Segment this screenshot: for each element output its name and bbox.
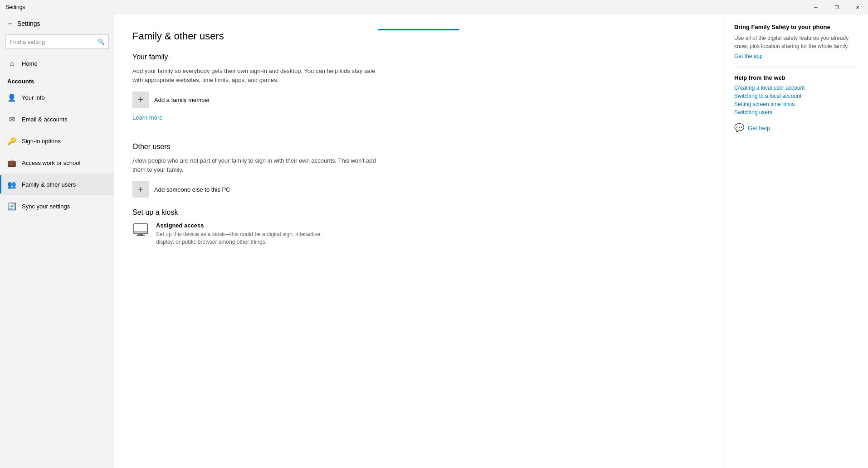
email-icon: ✉ xyxy=(7,115,16,124)
learn-more-link[interactable]: Learn more xyxy=(132,114,162,121)
sidebar-section-accounts: Accounts xyxy=(0,74,114,87)
sidebar: ← Settings 🔍 ⌂ Home Accounts 👤 Your info… xyxy=(0,14,114,468)
search-input[interactable] xyxy=(10,39,98,45)
sidebar-item-label-family: Family & other users xyxy=(22,181,76,188)
plus-icon-2: + xyxy=(138,184,143,195)
link-switching-users[interactable]: Switching users xyxy=(734,109,857,116)
family-icon: 👥 xyxy=(7,180,16,189)
kiosk-icon xyxy=(132,222,149,238)
back-icon: ← xyxy=(7,20,14,27)
add-family-member-label: Add a family member xyxy=(154,96,210,103)
sidebar-item-label-signin: Sign-in options xyxy=(22,138,61,145)
right-panel: Bring Family Safety to your phone Use al… xyxy=(723,14,868,468)
work-icon: 💼 xyxy=(7,159,16,167)
your-family-desc: Add your family so everybody gets their … xyxy=(132,67,386,84)
get-help-row[interactable]: 💬 Get help xyxy=(734,123,857,133)
help-from-web-title: Help from the web xyxy=(734,74,857,81)
link-creating-local-account[interactable]: Creating a local user account xyxy=(734,85,857,91)
your-family-title: Your family xyxy=(132,53,705,61)
bring-family-safety-section: Bring Family Safety to your phone Use al… xyxy=(734,24,857,59)
sidebar-item-access-work[interactable]: 💼 Access work or school xyxy=(0,152,114,174)
add-family-member-button[interactable]: + xyxy=(132,92,149,108)
sidebar-item-label-work: Access work or school xyxy=(22,159,80,166)
minimize-button[interactable]: ─ xyxy=(805,0,826,14)
sidebar-item-label-sync: Sync your settings xyxy=(22,203,70,210)
sidebar-item-home[interactable]: ⌂ Home xyxy=(0,53,114,74)
panel-divider xyxy=(734,67,857,67)
sidebar-item-label-email: Email & accounts xyxy=(22,116,67,123)
other-users-section: Other users Allow people who are not par… xyxy=(132,143,705,198)
add-family-member-row[interactable]: + Add a family member xyxy=(132,92,705,108)
other-users-desc: Allow people who are not part of your fa… xyxy=(132,156,386,174)
other-users-title: Other users xyxy=(132,143,705,151)
main-content: Family & other users Your family Add you… xyxy=(114,14,723,468)
your-family-section: Your family Add your family so everybody… xyxy=(132,53,705,132)
app-body: ← Settings 🔍 ⌂ Home Accounts 👤 Your info… xyxy=(0,14,868,468)
get-help-label[interactable]: Get help xyxy=(748,125,770,131)
bring-family-desc: Use all of the digital safety features y… xyxy=(734,34,857,50)
kiosk-item-title: Assigned access xyxy=(156,222,337,229)
sidebar-item-label-your-info: Your info xyxy=(22,94,45,101)
titlebar: Settings ─ ❐ ✕ xyxy=(0,0,868,14)
your-info-icon: 👤 xyxy=(7,93,16,102)
restore-button[interactable]: ❐ xyxy=(826,0,847,14)
kiosk-title: Set up a kiosk xyxy=(132,208,705,217)
titlebar-controls: ─ ❐ ✕ xyxy=(805,0,868,14)
titlebar-title: Settings xyxy=(5,4,25,10)
search-icon: 🔍 xyxy=(98,39,105,45)
get-app-link[interactable]: Get the app xyxy=(734,53,857,59)
close-button[interactable]: ✕ xyxy=(847,0,868,14)
sidebar-home-label: Home xyxy=(22,60,38,67)
add-other-user-button[interactable]: + xyxy=(132,181,149,198)
sidebar-item-your-info[interactable]: 👤 Your info xyxy=(0,87,114,108)
sidebar-item-email-accounts[interactable]: ✉ Email & accounts xyxy=(0,108,114,130)
kiosk-item-assigned-access[interactable]: Assigned access Set up this device as a … xyxy=(132,222,705,246)
sidebar-item-sign-in-options[interactable]: 🔑 Sign-in options xyxy=(0,130,114,152)
plus-icon: + xyxy=(138,95,143,105)
add-other-user-label: Add someone else to this PC xyxy=(154,186,230,193)
kiosk-section: Set up a kiosk Assigned access Set up th… xyxy=(132,208,705,246)
kiosk-text: Assigned access Set up this device as a … xyxy=(156,222,337,246)
sync-icon: 🔄 xyxy=(7,202,16,211)
sidebar-item-family-users[interactable]: 👥 Family & other users xyxy=(0,174,114,195)
kiosk-item-desc: Set up this device as a kiosk—this could… xyxy=(156,231,337,246)
sidebar-search-box[interactable]: 🔍 xyxy=(5,34,109,49)
sidebar-back-button[interactable]: ← Settings xyxy=(0,14,114,33)
sidebar-item-sync-settings[interactable]: 🔄 Sync your settings xyxy=(0,195,114,217)
help-from-web-section: Help from the web Creating a local user … xyxy=(734,74,857,116)
sidebar-back-label: Settings xyxy=(17,20,40,27)
get-help-icon: 💬 xyxy=(734,123,744,133)
add-other-user-row[interactable]: + Add someone else to this PC xyxy=(132,181,705,198)
bring-family-title: Bring Family Safety to your phone xyxy=(734,24,857,30)
page-title: Family & other users xyxy=(132,30,705,42)
home-icon: ⌂ xyxy=(7,59,16,68)
svg-rect-1 xyxy=(138,234,143,235)
svg-rect-2 xyxy=(137,235,145,236)
sign-in-icon: 🔑 xyxy=(7,137,16,145)
link-switching-local-account[interactable]: Switching to a local account xyxy=(734,93,857,99)
link-screen-time-limits[interactable]: Setting screen time limits xyxy=(734,101,857,107)
